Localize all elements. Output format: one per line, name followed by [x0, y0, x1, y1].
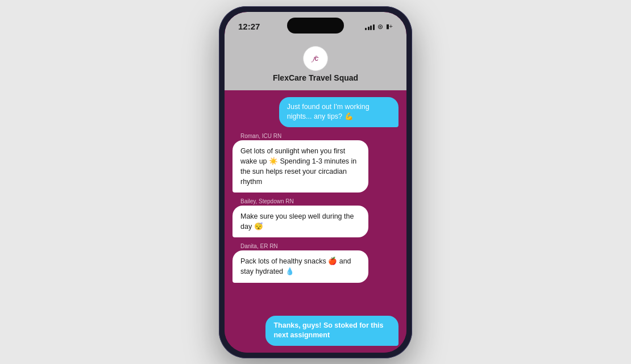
message-incoming-3: Danita, ER RN Pack lots of healthy snack… — [233, 243, 398, 282]
phone-device: 12:27 ⊛ ▮+ 𝑓c FlexCare Travel Squad — [219, 6, 412, 358]
dynamic-island — [287, 18, 344, 34]
chat-title: FlexCare Travel Squad — [273, 73, 358, 82]
chat-header: 𝑓c FlexCare Travel Squad — [225, 41, 406, 90]
bubble-incoming-2: Make sure you sleep well during the day … — [233, 206, 368, 237]
message-outgoing-2: Thanks, guys! So stoked for this next as… — [233, 316, 398, 346]
sender-name-1: Roman, ICU RN — [240, 133, 281, 139]
bubble-outgoing-1: Just found out I'm working nights... any… — [279, 97, 398, 127]
sender-name-3: Danita, ER RN — [240, 243, 278, 249]
status-icons: ⊛ ▮+ — [365, 23, 393, 31]
phone-screen: 12:27 ⊛ ▮+ 𝑓c FlexCare Travel Squad — [225, 12, 406, 353]
bubble-incoming-3: Pack lots of healthy snacks 🍎 and stay h… — [233, 250, 368, 282]
avatar-logo: 𝑓c — [313, 54, 319, 63]
message-outgoing-1: Just found out I'm working nights... any… — [233, 97, 398, 127]
status-bar: 12:27 ⊛ ▮+ — [225, 12, 406, 41]
bubble-outgoing-2: Thanks, guys! So stoked for this next as… — [265, 316, 398, 346]
bubble-incoming-1: Get lots of sunlight when you first wake… — [233, 140, 368, 193]
message-incoming-1: Roman, ICU RN Get lots of sunlight when … — [233, 133, 398, 193]
wifi-icon: ⊛ — [377, 23, 383, 31]
battery-icon: ▮+ — [386, 23, 393, 30]
chat-area: Just found out I'm working nights... any… — [225, 90, 406, 353]
status-time: 12:27 — [238, 22, 260, 31]
message-incoming-2: Bailey, Stepdown RN Make sure you sleep … — [233, 198, 398, 237]
signal-icon — [365, 23, 375, 30]
sender-name-2: Bailey, Stepdown RN — [240, 198, 294, 204]
avatar: 𝑓c — [303, 46, 328, 71]
